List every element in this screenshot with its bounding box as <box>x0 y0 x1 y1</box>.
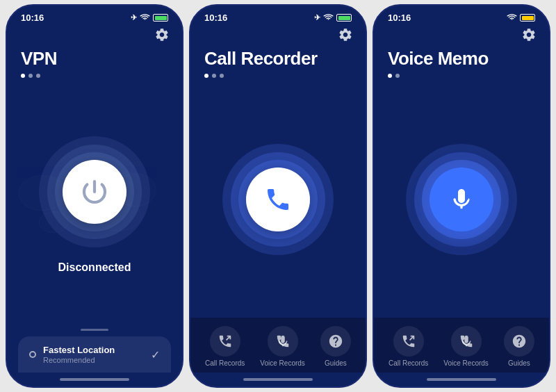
status-bar-vm: 10:16 <box>374 6 549 26</box>
title-area-vpn: VPN <box>7 42 182 81</box>
dot-2 <box>28 74 33 78</box>
bottom-location[interactable]: Fastest Location Recommended ✓ <box>18 336 171 373</box>
status-bar-cr: 10:16 ✈ <box>190 6 366 26</box>
wifi-icon-cr <box>323 14 334 22</box>
call-records-icon-circle-vm <box>393 326 424 357</box>
dot-vm-2 <box>395 74 400 78</box>
call-records-icon-circle <box>210 326 240 357</box>
app-title-vm: Voice Memo <box>388 48 535 70</box>
bottom-nav-cr: Call Records Voice Records Guides <box>190 318 366 373</box>
location-info: Fastest Location Recommended <box>43 345 115 364</box>
phone-voice-memo: 10:16 Voice Memo <box>373 4 550 388</box>
home-bar-vpn <box>60 378 129 381</box>
home-bar-vm <box>427 378 496 381</box>
location-sub: Recommended <box>43 356 115 364</box>
battery-icon-vm <box>520 14 535 22</box>
gear-icon-vm[interactable] <box>521 27 537 42</box>
guides-label-cr: Guides <box>325 359 347 367</box>
nav-item-guides-cr[interactable]: Guides <box>320 326 351 367</box>
battery-icon-vpn <box>153 14 168 22</box>
main-content-vpn: Disconnected <box>7 81 182 329</box>
mic-button-container <box>406 144 517 255</box>
main-content-cr <box>190 81 366 318</box>
phone-vpn: 10:16 ✈ VPN <box>6 4 183 388</box>
phone-button-cr[interactable] <box>246 168 310 231</box>
voice-records-icon <box>275 334 291 349</box>
settings-row-vpn <box>7 26 182 42</box>
power-button-container-vpn <box>39 136 150 247</box>
status-bar-vpn: 10:16 ✈ <box>7 6 182 26</box>
call-records-label-cr: Call Records <box>205 359 245 367</box>
guides-icon-vm <box>512 334 527 349</box>
bottom-nav-vm: Call Records Voice Records Guides <box>374 318 549 373</box>
app-title-cr: Call Recorder <box>204 48 352 70</box>
voice-records-label-vm: Voice Records <box>443 359 488 367</box>
gear-icon-cr[interactable] <box>338 27 353 42</box>
nav-item-guides-vm[interactable]: Guides <box>504 326 534 367</box>
gear-icon-vpn[interactable] <box>154 27 170 42</box>
wifi-icon-vm <box>507 14 517 22</box>
nav-item-voice-records-cr[interactable]: Voice Records <box>260 326 304 367</box>
battery-fill-cr <box>338 16 350 20</box>
time-vpn: 10:16 <box>21 13 44 23</box>
status-icons-cr: ✈ <box>314 13 352 22</box>
voice-records-icon-circle-vm <box>451 326 482 357</box>
guides-icon-circle <box>320 326 351 357</box>
dot-cr-2 <box>212 74 216 78</box>
phone-button-container <box>222 144 334 255</box>
nav-item-call-records-vm[interactable]: Call Records <box>389 326 428 367</box>
battery-fill-vpn <box>155 16 167 20</box>
dot-vm-1 <box>388 74 392 78</box>
voice-records-label-cr: Voice Records <box>260 359 304 367</box>
power-icon <box>81 178 108 206</box>
status-icons-vm <box>507 14 535 22</box>
phone-icon <box>264 186 292 213</box>
battery-fill-vm <box>522 16 534 20</box>
dot-1 <box>21 74 25 78</box>
guides-label-vm: Guides <box>508 359 530 367</box>
home-bar-cr <box>243 378 313 381</box>
power-button-vpn[interactable] <box>63 160 126 224</box>
call-records-icon-vm <box>401 334 416 349</box>
location-left: Fastest Location Recommended <box>29 345 115 364</box>
location-wrapper: Fastest Location Recommended ✓ <box>7 329 182 373</box>
title-area-cr: Call Recorder <box>190 42 366 81</box>
title-area-vm: Voice Memo <box>374 42 549 81</box>
home-indicator-vpn <box>7 373 182 386</box>
settings-row-vm <box>374 26 549 42</box>
call-records-icon <box>218 334 233 349</box>
status-icons-vpn: ✈ <box>131 13 168 22</box>
mic-icon <box>448 186 475 213</box>
dot-3 <box>36 74 40 78</box>
location-name: Fastest Location <box>43 345 115 355</box>
home-indicator-cr <box>190 373 366 386</box>
airplane-icon-cr: ✈ <box>314 13 320 22</box>
app-title-vpn: VPN <box>21 48 168 70</box>
location-divider <box>81 329 108 331</box>
battery-icon-cr <box>336 14 352 22</box>
home-indicator-vm <box>374 373 549 386</box>
dot-cr-1 <box>204 74 208 78</box>
call-records-label-vm: Call Records <box>389 359 428 367</box>
nav-item-voice-records-vm[interactable]: Voice Records <box>443 326 488 367</box>
voice-records-icon-vm <box>459 334 474 349</box>
location-dot-icon <box>29 351 36 358</box>
nav-item-call-records-cr[interactable]: Call Records <box>205 326 245 367</box>
guides-icon-circle-vm <box>504 326 534 357</box>
settings-row-cr <box>190 26 366 42</box>
dot-cr-3 <box>220 74 224 78</box>
time-cr: 10:16 <box>204 13 227 23</box>
phone-call-recorder: 10:16 ✈ Call Recorder <box>189 4 367 388</box>
phones-container: 10:16 ✈ VPN <box>0 0 556 392</box>
check-icon: ✓ <box>151 348 160 361</box>
dots-cr <box>204 74 352 78</box>
airplane-icon: ✈ <box>131 13 137 22</box>
mic-button-vm[interactable] <box>430 168 493 231</box>
voice-records-icon-circle <box>268 326 298 357</box>
dots-vm <box>388 74 535 78</box>
main-content-vm <box>374 81 549 318</box>
wifi-icon <box>140 14 150 22</box>
guides-icon <box>328 334 343 349</box>
time-vm: 10:16 <box>388 13 411 23</box>
dots-vpn <box>21 74 168 78</box>
